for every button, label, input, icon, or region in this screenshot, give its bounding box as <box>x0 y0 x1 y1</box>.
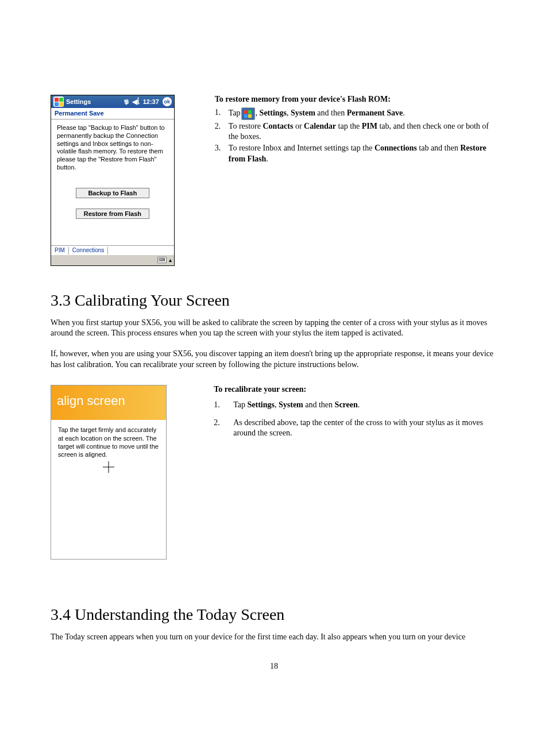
restore-step-3: 3. To restore Inbox and Internet setting… <box>215 143 499 164</box>
up-arrow-icon[interactable]: ▴ <box>169 257 172 263</box>
title-bar: Settings 𝕻 ◀ἱ 12:37 ok <box>51 95 174 108</box>
screen-body-text: Please tap "Backup to Flash" button to p… <box>51 119 174 176</box>
section-3-3-heading: 3.3 Calibrating Your Screen <box>51 291 499 310</box>
section-3-4-para-1: The Today screen appears when you turn o… <box>51 632 499 642</box>
start-icon <box>241 107 255 120</box>
section-3-3-para-2: If, however, when you are using your SX5… <box>51 349 499 370</box>
restore-step-2: 2. To restore Contacts or Calendar tap t… <box>215 121 499 142</box>
restore-instructions: To restore memory from your device's Fla… <box>215 95 499 165</box>
speaker-icon: ◀ἱ <box>132 98 140 106</box>
recalibrate-instructions-title: To recalibrate your screen: <box>214 385 499 394</box>
signal-icon: 𝕻 <box>124 98 129 106</box>
align-screen-header: align screen <box>51 385 166 420</box>
ok-button[interactable]: ok <box>163 97 172 106</box>
screen-subheader: Permanent Save <box>51 108 174 119</box>
app-title: Settings <box>66 98 91 105</box>
tab-pim[interactable]: PIM <box>51 247 69 254</box>
recalibrate-step-2: 2. As described above, tap the center of… <box>214 418 499 438</box>
tab-connections[interactable]: Connections <box>69 247 109 254</box>
restore-from-flash-button[interactable]: Restore from Flash <box>76 209 149 219</box>
task-bar: ⌨ ▴ <box>51 254 174 265</box>
page: Settings 𝕻 ◀ἱ 12:37 ok Permanent Save Pl… <box>0 0 548 756</box>
recalibrate-instructions: To recalibrate your screen: 1. Tap Setti… <box>214 385 499 439</box>
screenshot-permanent-save: Settings 𝕻 ◀ἱ 12:37 ok Permanent Save Pl… <box>51 95 175 266</box>
restore-instructions-title: To restore memory from your device's Fla… <box>215 95 499 104</box>
section-3-4-heading: 3.4 Understanding the Today Screen <box>51 605 499 624</box>
page-number: 18 <box>0 662 548 671</box>
recalibrate-step-1: 1. Tap Settings, System and then Screen. <box>214 400 499 410</box>
restore-step-1: 1. Tap, Settings, System and then Perman… <box>215 107 499 120</box>
screenshot-align-screen: align screen Tap the target firmly and a… <box>51 385 167 560</box>
start-icon <box>53 97 64 107</box>
clock-text: 12:37 <box>143 98 159 105</box>
cross-target-icon <box>58 461 159 476</box>
keyboard-icon[interactable]: ⌨ <box>157 257 167 263</box>
backup-to-flash-button[interactable]: Backup to Flash <box>76 188 149 198</box>
align-screen-body: Tap the target firmly and accurately at … <box>51 420 166 481</box>
section-3-3-para-1: When you first startup your SX56, you wi… <box>51 318 499 339</box>
bottom-tabs: PIM Connections <box>51 245 174 254</box>
